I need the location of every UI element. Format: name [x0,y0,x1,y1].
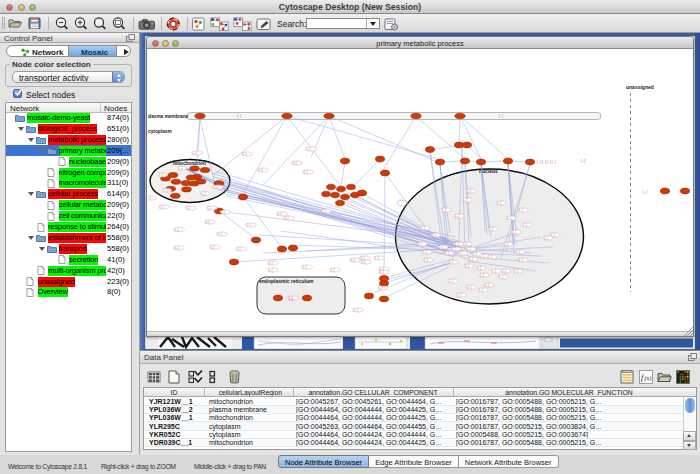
svg-text:[...]: [...] [269,261,273,265]
svg-text:[...]: [...] [499,114,503,118]
svg-text:[...]: [...] [499,275,503,279]
svg-text:[...]: [...] [467,189,471,193]
svg-text:[...]: [...] [418,242,422,246]
svg-text:endoplasmic reticulum: endoplasmic reticulum [259,278,314,284]
svg-text:[...]: [...] [488,255,492,259]
svg-text:[...]: [...] [285,216,289,220]
svg-text:[...]: [...] [322,209,326,213]
svg-text:plasma membrane: plasma membrane [148,114,189,119]
svg-text:[...]: [...] [379,286,383,290]
svg-text:[...]: [...] [507,216,511,220]
svg-text:[...]: [...] [202,192,206,196]
svg-text:[...]: [...] [469,257,473,261]
svg-text:[...]: [...] [269,268,273,272]
svg-text:[...]: [...] [237,114,241,118]
svg-text:[...]: [...] [351,258,355,262]
svg-text:[...]: [...] [304,170,308,174]
svg-text:[...]: [...] [473,252,477,256]
svg-text:[...]: [...] [211,245,215,249]
svg-text:[...]: [...] [432,233,436,237]
svg-text:[...]: [...] [175,228,179,232]
svg-text:[...]: [...] [467,285,471,289]
svg-text:[...]: [...] [479,288,483,292]
svg-text:[...]: [...] [214,185,218,189]
svg-text:[...]: [...] [237,247,241,251]
svg-text:[...]: [...] [514,269,518,273]
svg-text:[...]: [...] [303,265,307,269]
svg-text:unassigned: unassigned [626,84,654,90]
svg-text:[...]: [...] [492,269,496,273]
svg-text:[...]: [...] [206,220,210,224]
svg-text:[...]: [...] [187,206,191,210]
svg-text:[...]: [...] [424,258,428,262]
svg-text:[...]: [...] [459,251,463,255]
svg-text:cytoplasm: cytoplasm [148,129,172,134]
svg-text:[...]: [...] [175,246,179,250]
svg-text:[...]: [...] [463,198,467,202]
svg-text:[...]: [...] [362,260,366,264]
svg-text:[...]: [...] [455,242,459,246]
svg-text:[...]: [...] [523,223,527,227]
svg-text:[...]: [...] [148,196,151,200]
svg-text:[...]: [...] [519,258,523,262]
svg-text:[...]: [...] [423,250,427,254]
svg-text:[...]: [...] [164,188,168,192]
svg-text:[...]: [...] [512,230,516,234]
svg-text:[...]: [...] [480,273,484,277]
svg-text:[...]: [...] [331,268,335,272]
svg-text:[...]: [...] [375,256,379,260]
svg-text:[...]: [...] [581,159,585,163]
svg-text:[...]: [...] [449,279,453,283]
svg-text:[...]: [...] [516,250,520,254]
svg-text:[...]: [...] [449,260,453,264]
svg-text:[...]: [...] [278,212,282,216]
svg-text:[...]: [...] [221,210,225,214]
svg-text:[...] [...] [...] [...]: [...] [...] [...] [...] [537,160,556,164]
svg-text:[...]: [...] [193,151,197,155]
svg-text:[...]: [...] [179,166,183,170]
svg-text:[...]: [...] [502,269,506,273]
svg-text:mitochondrion: mitochondrion [173,161,206,166]
svg-text:[...]: [...] [467,247,471,251]
svg-text:[...]: [...] [160,205,164,209]
svg-text:[...]: [...] [457,293,461,297]
svg-text:[...]: [...] [643,190,647,194]
svg-text:[...]: [...] [455,214,459,218]
svg-text:[...]: [...] [439,245,443,249]
svg-text:[...]: [...] [354,308,358,312]
svg-text:[...]: [...] [208,206,212,210]
svg-text:[...]: [...] [489,227,493,231]
svg-text:(x): (x) [645,375,652,382]
svg-text:[...]: [...] [218,232,222,236]
svg-text:[...]: [...] [159,173,163,177]
svg-text:[...]: [...] [497,201,501,205]
svg-text:[...]: [...] [259,168,263,172]
svg-text:[...]: [...] [465,264,469,268]
svg-text:[...]: [...] [477,266,481,270]
svg-text:[...]: [...] [544,236,548,240]
svg-text:[...]: [...] [519,208,523,212]
svg-text:[...]: [...] [445,251,449,255]
svg-text:[...]: [...] [243,152,247,156]
svg-text:[...]: [...] [452,247,456,251]
svg-text:[...]: [...] [289,297,293,301]
svg-text:[...]: [...] [421,226,425,230]
svg-text:[...]: [...] [307,147,311,151]
svg-text:[...]: [...] [504,242,508,246]
svg-text:[...]: [...] [293,161,297,165]
svg-text:[...]: [...] [485,283,489,287]
svg-text:[...]: [...] [442,208,446,212]
svg-text:[...]: [...] [380,270,384,274]
svg-text:[...]: [...] [247,223,251,227]
